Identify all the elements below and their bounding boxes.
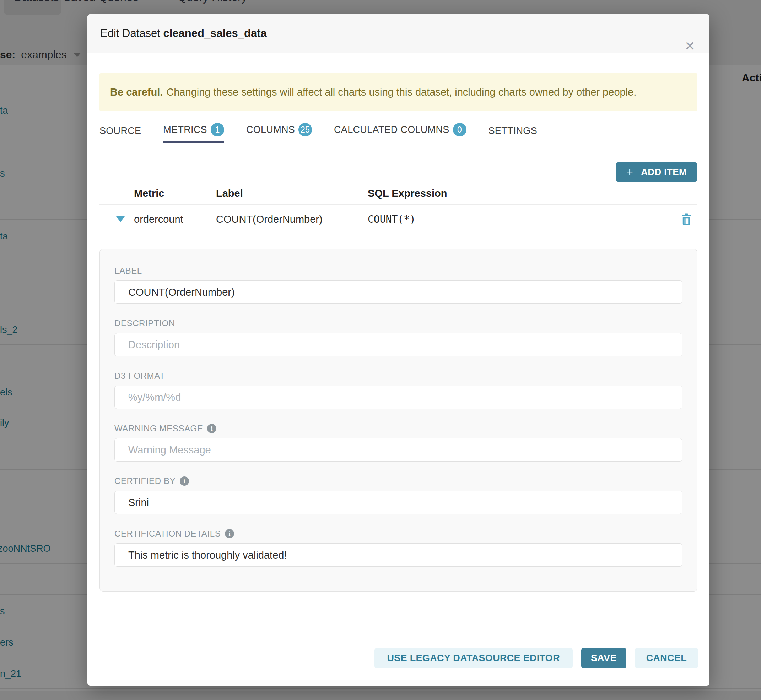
metric-name-cell: ordercount: [134, 214, 183, 225]
metrics-count-badge: 1: [211, 123, 224, 136]
modal-title: Edit Dataset cleaned_sales_data: [100, 27, 267, 40]
description-input[interactable]: [114, 333, 683, 356]
dataset-name: cleaned_sales_data: [163, 27, 266, 39]
tab-calculated-columns-label: CALCULATED COLUMNS: [334, 124, 449, 135]
info-icon[interactable]: i: [207, 424, 216, 433]
dataset-editor-tabs: SOURCE METRICS 1 COLUMNS 25 CALCULATED C…: [100, 117, 697, 143]
warning-banner-text: Changing these settings will affect all …: [166, 86, 636, 98]
warning-message-field: WARNING MESSAGE i: [114, 423, 683, 462]
tab-settings[interactable]: SETTINGS: [489, 125, 537, 143]
warning-message-field-heading-text: WARNING MESSAGE: [114, 423, 203, 434]
modal-body: Be careful. Changing these settings will…: [88, 73, 709, 592]
warning-banner: Be careful. Changing these settings will…: [100, 73, 697, 111]
modal-title-prefix: Edit Dataset: [100, 27, 163, 39]
warning-message-field-heading: WARNING MESSAGE i: [114, 423, 683, 434]
tab-source-label: SOURCE: [100, 125, 141, 136]
edit-dataset-modal: Edit Dataset cleaned_sales_data ✕ Be car…: [88, 14, 709, 686]
label-field-heading-text: LABEL: [114, 266, 142, 276]
tab-metrics[interactable]: METRICS 1: [163, 123, 224, 143]
cancel-button[interactable]: CANCEL: [635, 648, 698, 668]
info-icon[interactable]: i: [180, 477, 189, 486]
add-item-button[interactable]: + ADD ITEM: [616, 162, 697, 181]
description-field: DESCRIPTION: [114, 318, 683, 356]
metric-edit-panel: LABEL DESCRIPTION D3 FORMAT WARNING MESS…: [100, 249, 697, 592]
tab-source[interactable]: SOURCE: [100, 125, 141, 143]
tab-settings-label: SETTINGS: [489, 125, 537, 136]
certified-by-field: CERTIFIED BY i: [114, 476, 683, 514]
use-legacy-datasource-editor-button[interactable]: USE LEGACY DATASOURCE EDITOR: [375, 648, 573, 668]
tab-columns-label: COLUMNS: [246, 124, 295, 135]
metric-label-cell: COUNT(OrderNumber): [216, 214, 323, 225]
sql-expression-column-header: SQL Expression: [368, 188, 447, 199]
certification-details-input[interactable]: [114, 543, 683, 567]
d3-format-field: D3 FORMAT: [114, 370, 683, 409]
d3-format-input[interactable]: [114, 386, 683, 409]
columns-count-badge: 25: [298, 123, 312, 136]
plus-icon: +: [627, 166, 633, 179]
label-field: LABEL: [114, 266, 683, 304]
close-icon[interactable]: ✕: [684, 40, 695, 53]
label-field-heading: LABEL: [114, 266, 683, 276]
caret-down-icon[interactable]: [116, 216, 125, 222]
calculated-columns-count-badge: 0: [453, 123, 466, 136]
certified-by-field-heading-text: CERTIFIED BY: [114, 476, 175, 486]
metric-column-header: Metric: [134, 188, 164, 199]
description-field-heading-text: DESCRIPTION: [114, 318, 175, 329]
certified-by-field-heading: CERTIFIED BY i: [114, 476, 683, 486]
modal-header: Edit Dataset cleaned_sales_data ✕: [88, 14, 709, 53]
warning-banner-bold: Be careful.: [110, 86, 163, 98]
tab-calculated-columns[interactable]: CALCULATED COLUMNS 0: [334, 123, 466, 143]
metric-sql-cell: COUNT(*): [368, 214, 416, 225]
metrics-table-header: Metric Label SQL Expression: [100, 185, 697, 205]
modal-footer: USE LEGACY DATASOURCE EDITOR SAVE CANCEL: [375, 648, 698, 668]
certified-by-input[interactable]: [114, 491, 683, 514]
add-item-label: ADD ITEM: [641, 167, 687, 178]
trash-icon[interactable]: [680, 213, 692, 226]
info-icon[interactable]: i: [225, 529, 234, 538]
metric-table-row: ordercount COUNT(OrderNumber) COUNT(*): [100, 205, 697, 234]
certification-details-field: CERTIFICATION DETAILS i: [114, 528, 683, 567]
warning-message-input[interactable]: [114, 438, 683, 462]
save-button[interactable]: SAVE: [581, 648, 627, 668]
add-item-row: + ADD ITEM: [100, 162, 697, 181]
d3-format-field-heading: D3 FORMAT: [114, 370, 683, 381]
d3-format-field-heading-text: D3 FORMAT: [114, 370, 165, 381]
label-input[interactable]: [114, 280, 683, 304]
description-field-heading: DESCRIPTION: [114, 318, 683, 329]
certification-details-field-heading: CERTIFICATION DETAILS i: [114, 528, 683, 539]
certification-details-field-heading-text: CERTIFICATION DETAILS: [114, 528, 220, 539]
tab-metrics-label: METRICS: [163, 124, 207, 135]
label-column-header: Label: [216, 188, 243, 199]
tab-columns[interactable]: COLUMNS 25: [246, 123, 312, 143]
